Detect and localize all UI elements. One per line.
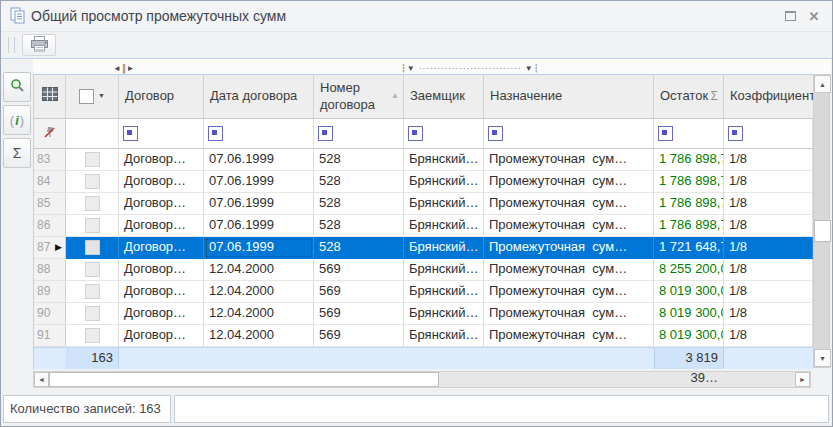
row-checkbox[interactable] <box>85 152 100 167</box>
table-row[interactable]: 85 Договор… 07.06.1999 528 Брянский… Про… <box>34 193 813 215</box>
cell-borrower[interactable]: Брянский… <box>404 149 484 171</box>
row-checkbox-cell[interactable] <box>66 193 119 215</box>
cell-contract-number[interactable]: 528 <box>314 171 404 193</box>
scroll-left-button[interactable]: ◄ <box>34 372 49 387</box>
cell-balance[interactable]: 8 019 300,00 <box>654 325 724 347</box>
cell-contract-number[interactable]: 528 <box>314 215 404 237</box>
cell-balance[interactable]: 8 019 300,00 <box>654 281 724 303</box>
cell-balance[interactable]: 1 721 648,75 <box>654 237 724 259</box>
column-header-borrower[interactable]: Заемщик <box>404 75 484 119</box>
cell-contract-date[interactable]: 07.06.1999 <box>204 193 314 215</box>
cell-contract-date[interactable]: 12.04.2000 <box>204 303 314 325</box>
select-all-checkbox[interactable] <box>79 89 94 104</box>
cell-contract-date[interactable]: 07.06.1999 <box>204 171 314 193</box>
cell-contract-number[interactable]: 528 <box>314 149 404 171</box>
cell-contract-date[interactable]: 12.04.2000 <box>204 325 314 347</box>
cell-borrower[interactable]: Брянский… <box>404 171 484 193</box>
filter-button-icon[interactable] <box>408 126 423 141</box>
filter-cell-contract[interactable] <box>119 119 204 149</box>
cell-balance[interactable]: 8 255 200,00 <box>654 259 724 281</box>
column-header-contract-date[interactable]: Дата договора <box>204 75 314 119</box>
cell-coefficient[interactable]: 1/8 <box>724 325 813 347</box>
cell-contract-number[interactable]: 528 <box>314 193 404 215</box>
select-columns-button[interactable] <box>34 75 66 119</box>
filter-button-icon[interactable] <box>318 126 333 141</box>
row-checkbox[interactable] <box>85 240 100 255</box>
cell-contract-date[interactable]: 07.06.1999 <box>204 237 314 259</box>
filter-button-icon[interactable] <box>728 126 743 141</box>
cell-coefficient[interactable]: 1/8 <box>724 193 813 215</box>
cell-purpose[interactable]: Промежуточная сум… <box>484 281 654 303</box>
cell-contract-date[interactable]: 12.04.2000 <box>204 281 314 303</box>
sum-button[interactable]: Σ <box>3 138 31 168</box>
cell-purpose[interactable]: Промежуточная сум… <box>484 259 654 281</box>
cell-balance[interactable]: 1 786 898,75 <box>654 215 724 237</box>
filter-button-icon[interactable] <box>208 126 223 141</box>
scroll-down-button[interactable]: ▼ <box>814 349 831 367</box>
horizontal-scroll-thumb[interactable] <box>49 372 439 387</box>
cell-borrower[interactable]: Брянский… <box>404 259 484 281</box>
cell-contract-number[interactable]: 569 <box>314 303 404 325</box>
cell-coefficient[interactable]: 1/8 <box>724 171 813 193</box>
cell-coefficient[interactable]: 1/8 <box>724 303 813 325</box>
close-button[interactable]: ✕ <box>802 5 826 27</box>
splitter-handle-icon[interactable]: ◄║► <box>113 64 135 73</box>
info-button[interactable]: (i) <box>3 105 31 135</box>
cell-purpose[interactable]: Промежуточная сум… <box>484 149 654 171</box>
cell-contract-number[interactable]: 569 <box>314 281 404 303</box>
column-header-contract[interactable]: Договор <box>119 75 204 119</box>
scroll-up-button[interactable]: ▲ <box>814 75 831 93</box>
search-button[interactable] <box>3 72 31 102</box>
table-row[interactable]: 89 Договор… 12.04.2000 569 Брянский… Про… <box>34 281 813 303</box>
row-checkbox[interactable] <box>85 306 100 321</box>
select-all-header[interactable]: ▼ <box>66 75 119 119</box>
filter-button-icon[interactable] <box>123 126 138 141</box>
row-checkbox[interactable] <box>85 196 100 211</box>
clear-filter-cell[interactable] <box>34 119 66 149</box>
cell-coefficient[interactable]: 1/8 <box>724 149 813 171</box>
column-header-purpose[interactable]: Назначение <box>484 75 654 119</box>
table-row[interactable]: 83 Договор… 07.06.1999 528 Брянский… Про… <box>34 149 813 171</box>
row-checkbox[interactable] <box>85 328 100 343</box>
row-checkbox-cell[interactable] <box>66 325 119 347</box>
cell-contract[interactable]: Договор… <box>119 325 204 347</box>
filter-cell-purpose[interactable] <box>484 119 654 149</box>
cell-purpose[interactable]: Промежуточная сум… <box>484 303 654 325</box>
cell-coefficient[interactable]: 1/8 <box>724 215 813 237</box>
cell-coefficient[interactable]: 1/8 <box>724 237 813 259</box>
maximize-button[interactable] <box>778 5 802 27</box>
cell-balance[interactable]: 1 786 898,75 <box>654 149 724 171</box>
toolbar-grip[interactable] <box>8 37 15 53</box>
filter-button-icon[interactable] <box>488 126 503 141</box>
row-checkbox[interactable] <box>85 174 100 189</box>
column-header-coefficient[interactable]: Коэффициент <box>724 75 822 119</box>
cell-contract-number[interactable]: 569 <box>314 259 404 281</box>
row-checkbox-cell[interactable] <box>66 259 119 281</box>
cell-contract[interactable]: Договор… <box>119 149 204 171</box>
row-checkbox-cell[interactable] <box>66 237 119 259</box>
cell-coefficient[interactable]: 1/8 <box>724 281 813 303</box>
row-checkbox-cell[interactable] <box>66 149 119 171</box>
cell-purpose[interactable]: Промежуточная сум… <box>484 193 654 215</box>
filter-cell-borrower[interactable] <box>404 119 484 149</box>
row-checkbox-cell[interactable] <box>66 215 119 237</box>
cell-borrower[interactable]: Брянский… <box>404 237 484 259</box>
cell-contract-date[interactable]: 12.04.2000 <box>204 259 314 281</box>
print-button[interactable] <box>22 34 56 56</box>
filter-button-icon[interactable] <box>658 126 673 141</box>
cell-coefficient[interactable]: 1/8 <box>724 259 813 281</box>
table-row[interactable]: 88 Договор… 12.04.2000 569 Брянский… Про… <box>34 259 813 281</box>
row-checkbox[interactable] <box>85 284 100 299</box>
table-row[interactable]: 90 Договор… 12.04.2000 569 Брянский… Про… <box>34 303 813 325</box>
table-row[interactable]: 86 Договор… 07.06.1999 528 Брянский… Про… <box>34 215 813 237</box>
cell-purpose[interactable]: Промежуточная сум… <box>484 215 654 237</box>
cell-borrower[interactable]: Брянский… <box>404 303 484 325</box>
row-checkbox-cell[interactable] <box>66 303 119 325</box>
scroll-right-button[interactable]: ► <box>795 372 810 387</box>
column-header-contract-number[interactable]: Номер договора ▲ <box>314 75 404 119</box>
row-checkbox[interactable] <box>85 262 100 277</box>
row-checkbox[interactable] <box>85 218 100 233</box>
cell-balance[interactable]: 1 786 898,75 <box>654 193 724 215</box>
cell-contract[interactable]: Договор… <box>119 215 204 237</box>
cell-contract-date[interactable]: 07.06.1999 <box>204 215 314 237</box>
